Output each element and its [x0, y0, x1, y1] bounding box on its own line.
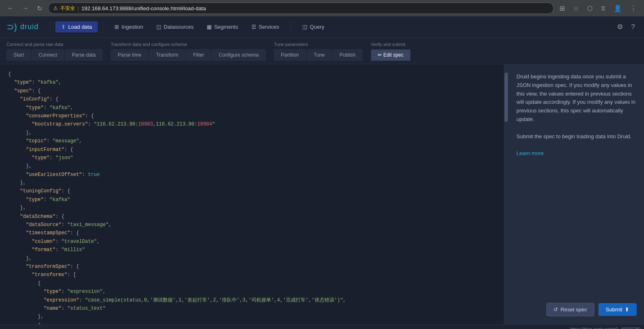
- header-right-actions: ⚙ ?: [614, 21, 637, 33]
- wizard-group-verify: Verify and submit ✏ Edit spec: [371, 42, 411, 61]
- logo-area: ⊃) druid: [7, 22, 39, 32]
- load-data-label: Load data: [68, 24, 92, 30]
- reset-label: Reset spec: [560, 306, 587, 313]
- datasources-label: Datasources: [164, 24, 194, 30]
- puzzle-button[interactable]: ⧖: [598, 3, 608, 14]
- wizard-steps: Connect and parse raw data Start Connect…: [0, 38, 644, 64]
- menu-button[interactable]: ⋮: [628, 3, 639, 14]
- tab-transform[interactable]: Transform: [149, 49, 185, 61]
- reset-icon: ↺: [553, 306, 558, 313]
- ingestion-icon: ⊞: [114, 24, 119, 30]
- tab-tune[interactable]: Tune: [307, 49, 332, 61]
- services-label: Services: [259, 24, 279, 30]
- extension-button[interactable]: ⬡: [585, 3, 595, 14]
- wizard-group-tune-tabs: Partition Tune Publish: [274, 49, 363, 61]
- wizard-group-connect-tabs: Start Connect Parse data: [7, 49, 103, 61]
- nav-reload-button[interactable]: ↻: [34, 3, 45, 14]
- info-paragraph-2: Submit the spec to begin loading data in…: [516, 133, 637, 141]
- tab-publish[interactable]: Publish: [333, 49, 363, 61]
- app-header: ⊃) druid ⬆ Load data ⊞ Ingestion ◫ Datas…: [0, 16, 644, 38]
- wizard-group-sep-3: [363, 42, 371, 61]
- info-panel: Druid begins ingesting data once you sub…: [509, 64, 644, 324]
- segments-icon: ▦: [207, 24, 212, 30]
- wizard-groups: Connect and parse raw data Start Connect…: [7, 42, 637, 61]
- help-button[interactable]: ?: [629, 21, 637, 33]
- load-data-button[interactable]: ⬆ Load data: [55, 21, 98, 32]
- ingestion-nav-button[interactable]: ⊞ Ingestion: [108, 21, 150, 32]
- learn-more-link[interactable]: Learn more: [516, 150, 544, 156]
- wizard-group-verify-tabs: ✏ Edit spec: [371, 49, 411, 61]
- editor-scrollbar[interactable]: [504, 64, 509, 324]
- info-text-content: Druid begins ingesting data once you sub…: [516, 73, 637, 295]
- nav-forward-button[interactable]: →: [20, 3, 31, 14]
- druid-logo-icon: ⊃): [7, 22, 17, 32]
- header-divider-2: [103, 21, 103, 33]
- query-icon: ◫: [302, 24, 307, 30]
- tab-start[interactable]: Start: [7, 49, 31, 61]
- logo-text: druid: [20, 23, 39, 31]
- wizard-group-connect-label: Connect and parse raw data: [7, 42, 103, 47]
- query-nav-button[interactable]: ◫ Query: [296, 21, 331, 32]
- wizard-group-connect: Connect and parse raw data Start Connect…: [7, 42, 103, 61]
- segments-label: Segments: [214, 24, 238, 30]
- bookmark-button[interactable]: ☆: [571, 3, 581, 14]
- wizard-group-tune: Tune parameters Partition Tune Publish: [274, 42, 363, 61]
- segments-nav-button[interactable]: ▦ Segments: [200, 21, 245, 32]
- info-actions: ↺ Reset spec Submit ⬆: [516, 303, 637, 316]
- submit-icon: ⬆: [625, 306, 629, 313]
- status-bar: https://blog.csdn.net/m0_46690280: [0, 324, 644, 329]
- datasources-icon: ◫: [156, 24, 161, 30]
- header-divider: [50, 21, 50, 33]
- browser-chrome: ← → ↻ ⚠ 不安全 | 192.168.64.173:8888/unifie…: [0, 0, 644, 16]
- tab-parse-data[interactable]: Parse data: [65, 49, 103, 61]
- query-label: Query: [310, 24, 324, 30]
- address-url: 192.168.64.173:8888/unified-console.html…: [81, 5, 206, 11]
- tab-connect[interactable]: Connect: [32, 49, 64, 61]
- wizard-group-verify-label: Verify and submit: [371, 42, 411, 47]
- edit-spec-icon: ✏: [378, 52, 382, 58]
- profile-button[interactable]: 👤: [611, 3, 624, 14]
- scrollbar-thumb[interactable]: [505, 73, 508, 122]
- warning-text: 不安全: [60, 5, 75, 12]
- ingestion-label: Ingestion: [121, 24, 143, 30]
- browser-action-buttons: ⊞ ☆ ⬡ ⧖ 👤 ⋮: [557, 3, 639, 14]
- wizard-group-tune-label: Tune parameters: [274, 42, 363, 47]
- address-separator: |: [78, 5, 79, 11]
- datasources-nav-button[interactable]: ◫ Datasources: [150, 21, 200, 32]
- tab-configure-schema[interactable]: Configure schema: [212, 49, 265, 61]
- translate-button[interactable]: ⊞: [557, 3, 567, 14]
- wizard-group-sep-1: [103, 42, 111, 61]
- submit-label: Submit: [606, 306, 622, 313]
- tab-partition[interactable]: Partition: [274, 49, 306, 61]
- wizard-group-transform: Transform data and configure schema Pars…: [111, 42, 266, 61]
- info-paragraph-1: Druid begins ingesting data once you sub…: [516, 73, 637, 124]
- editor-panel: { "type": "kafka", "spec": { "ioConfig":…: [0, 64, 509, 324]
- tab-edit-spec[interactable]: ✏ Edit spec: [371, 49, 411, 61]
- settings-button[interactable]: ⚙: [614, 21, 626, 33]
- wizard-group-transform-tabs: Parse time Transform Filter Configure sc…: [111, 49, 266, 61]
- main-content: { "type": "kafka", "spec": { "ioConfig":…: [0, 64, 644, 324]
- tab-filter[interactable]: Filter: [186, 49, 211, 61]
- wizard-group-sep-2: [266, 42, 274, 61]
- tab-parse-time[interactable]: Parse time: [111, 49, 148, 61]
- load-data-icon: ⬆: [61, 24, 66, 30]
- nav-back-button[interactable]: ←: [5, 3, 16, 14]
- status-url: https://blog.csdn.net/m0_46690280: [570, 327, 641, 329]
- header-divider-3: [290, 21, 291, 33]
- reset-spec-button[interactable]: ↺ Reset spec: [546, 303, 594, 316]
- security-warning-icon: ⚠: [53, 5, 58, 11]
- services-nav-button[interactable]: ☰ Services: [245, 21, 286, 32]
- services-icon: ☰: [251, 24, 256, 30]
- wizard-group-transform-label: Transform data and configure schema: [111, 42, 266, 47]
- submit-button[interactable]: Submit ⬆: [598, 303, 637, 316]
- code-editor[interactable]: { "type": "kafka", "spec": { "ioConfig":…: [0, 64, 509, 324]
- address-bar[interactable]: ⚠ 不安全 | 192.168.64.173:8888/unified-cons…: [48, 2, 554, 14]
